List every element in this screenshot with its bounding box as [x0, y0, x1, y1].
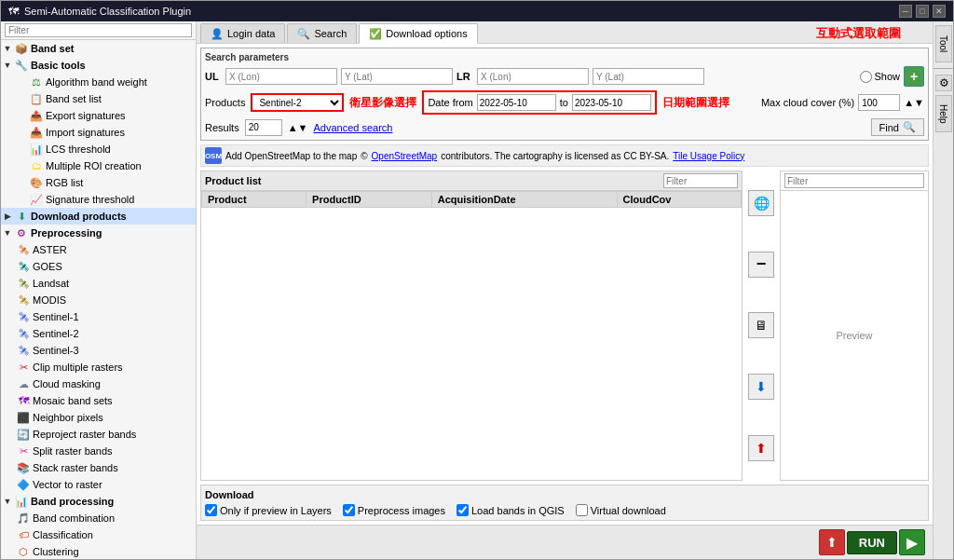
cloud-spinner: ▲▼ [904, 97, 924, 108]
run-label: RUN [859, 536, 885, 550]
modis-icon: 🛰 [16, 293, 31, 307]
sidebar-item-export-sigs[interactable]: 📤 Export signatures [1, 107, 196, 124]
upload-button[interactable]: ⬆ [748, 435, 774, 461]
sidebar-item-band-set[interactable]: ▼ 📦 Band set [1, 40, 196, 57]
sidebar-item-reproject[interactable]: 🔄 Reproject raster bands [1, 426, 196, 443]
product-list-header: Product list [201, 171, 742, 191]
find-button[interactable]: Find 🔍 [871, 118, 924, 136]
product-table: Product ProductID AcquisitionDate CloudC… [201, 191, 742, 480]
preprocess-checkbox[interactable] [343, 504, 355, 516]
run-button[interactable]: RUN [847, 531, 897, 554]
sidebar: ▼ 📦 Band set ▼ 🔧 Basic tools ⚖ Algorithm… [1, 21, 197, 559]
remove-button[interactable]: − [748, 252, 774, 278]
date-from-input[interactable] [477, 94, 556, 111]
cloud-input[interactable] [858, 94, 900, 111]
virtual-checkbox[interactable] [576, 504, 588, 516]
sidebar-item-multi-roi[interactable]: 🗂 Multiple ROI creation [1, 157, 196, 174]
tab-search[interactable]: 🔍 Search [287, 23, 357, 43]
sidebar-item-modis[interactable]: 🛰 MODIS [1, 292, 196, 308]
sidebar-item-lcs[interactable]: 📊 LCS threshold [1, 141, 196, 157]
sidebar-label-bandset-list: Band set list [46, 93, 102, 104]
sidebar-item-algo-band[interactable]: ⚖ Algorithm band weight [1, 74, 196, 90]
show-radio[interactable] [860, 71, 872, 83]
date-chinese-label: 日期範圍選擇 [662, 95, 729, 111]
maximize-button[interactable]: □ [916, 5, 929, 18]
sidebar-item-vector[interactable]: 🔷 Vector to raster [1, 476, 196, 493]
sidebar-item-band-processing[interactable]: ▼ 📊 Band processing [1, 493, 196, 510]
sidebar-item-neighbor[interactable]: ⬛ Neighbor pixels [1, 409, 196, 426]
tab-download-options[interactable]: ✅ Download options [359, 23, 477, 44]
sidebar-item-clustering[interactable]: ⬡ Clustering [1, 543, 196, 559]
help-button[interactable]: Help [935, 95, 952, 132]
sidebar-item-split[interactable]: ✂ Split raster bands [1, 443, 196, 459]
sidebar-item-import-sigs[interactable]: 📥 Import signatures [1, 124, 196, 141]
stop-button[interactable]: ⬆ [819, 529, 845, 555]
sidebar-item-basic-tools[interactable]: ▼ 🔧 Basic tools [1, 57, 196, 74]
sidebar-item-goes[interactable]: 🛰 GOES [1, 258, 196, 275]
sidebar-filter-input[interactable] [5, 23, 192, 37]
sidebar-item-clip[interactable]: ✂ Clip multiple rasters [1, 359, 196, 376]
tab-login[interactable]: 👤 Login data [200, 23, 285, 43]
mosaic-icon: 🗺 [16, 393, 31, 408]
lr-x-input[interactable] [477, 68, 589, 85]
open-browser-button[interactable]: 🌐 [748, 190, 774, 216]
download-item-button[interactable]: ⬇ [748, 374, 774, 400]
sidebar-item-aster[interactable]: 🛰 ASTER [1, 241, 196, 258]
close-button[interactable]: ✕ [933, 5, 946, 18]
sidebar-item-mosaic[interactable]: 🗺 Mosaic band sets [1, 392, 196, 409]
preview-area: Preview [781, 191, 928, 480]
results-input[interactable] [245, 119, 282, 136]
only-preview-option[interactable]: Only if preview in Layers [205, 504, 332, 516]
date-to-input[interactable] [572, 94, 651, 111]
sidebar-item-sentinel-3[interactable]: 🛰 Sentinel-3 [1, 342, 196, 359]
advanced-search-link[interactable]: Advanced search [313, 122, 392, 133]
sidebar-item-band-set-list[interactable]: 📋 Band set list [1, 90, 196, 107]
export-icon: 📤 [29, 108, 44, 123]
sidebar-item-sentinel-2[interactable]: 🛰 Sentinel-2 [1, 325, 196, 342]
tabs-bar: 👤 Login data 🔍 Search ✅ Download options… [197, 21, 933, 44]
settings-toolbar-button[interactable]: ⚙ [935, 75, 952, 91]
product-select[interactable]: Sentinel-2 Landsat-8 Sentinel-1 MODIS [251, 93, 344, 112]
osm-credit-link[interactable]: OpenStreetMap [372, 151, 438, 161]
sentinel1-icon: 🛰 [16, 309, 31, 324]
preview-button[interactable]: 🖥 [748, 312, 774, 338]
sidebar-item-preprocessing[interactable]: ▼ ⚙ Preprocessing [1, 225, 196, 241]
run-section: ⬆ RUN ▶ [819, 529, 925, 555]
minimize-button[interactable]: ─ [899, 5, 912, 18]
sidebar-item-rgb-list[interactable]: 🎨 RGB list [1, 174, 196, 191]
load-bands-option[interactable]: Load bands in QGIS [457, 504, 565, 516]
coords-row: UL LR Show + [205, 66, 924, 87]
find-label: Find [879, 122, 899, 133]
search-icon: 🔍 [297, 27, 310, 40]
ul-y-input[interactable] [341, 68, 453, 85]
panel-content: Search parameters UL LR Show [197, 44, 933, 525]
cloud-label: Max cloud cover (%) [761, 97, 854, 108]
osm-policy-link[interactable]: Tile Usage Policy [673, 151, 744, 161]
sidebar-item-band-combination[interactable]: 🎵 Band combination [1, 510, 196, 526]
sidebar-item-cloud[interactable]: ☁ Cloud masking [1, 376, 196, 392]
monitor-icon: 🖥 [755, 318, 768, 333]
preview-filter-input[interactable] [784, 173, 924, 188]
tool-button[interactable]: Tool [935, 25, 952, 62]
only-preview-checkbox[interactable] [205, 504, 217, 516]
run-arrow-button[interactable]: ▶ [899, 529, 925, 555]
sidebar-item-sig-threshold[interactable]: 📈 Signature threshold [1, 191, 196, 208]
virtual-option[interactable]: Virtual download [576, 504, 666, 516]
expand-icon: ▼ [1, 228, 14, 238]
ul-x-input[interactable] [225, 68, 337, 85]
sentinel2-icon: 🛰 [16, 326, 31, 341]
plus-button[interactable]: + [904, 66, 924, 87]
product-list-filter[interactable] [663, 173, 738, 188]
sidebar-item-download-products[interactable]: ▶ ⬇ Download products [1, 208, 196, 225]
lr-y-input[interactable] [593, 68, 704, 85]
sidebar-label-cluster: Clustering [33, 546, 79, 557]
sidebar-item-stack[interactable]: 📚 Stack raster bands [1, 459, 196, 476]
neighbor-icon: ⬛ [16, 410, 31, 425]
preview-filter-area [781, 171, 928, 191]
sidebar-item-landsat[interactable]: 🛰 Landsat [1, 275, 196, 292]
sidebar-item-classification[interactable]: 🏷 Classification [1, 526, 196, 543]
sidebar-filter-area [1, 21, 196, 40]
load-bands-checkbox[interactable] [457, 504, 469, 516]
preprocess-option[interactable]: Preprocess images [343, 504, 445, 516]
sidebar-item-sentinel-1[interactable]: 🛰 Sentinel-1 [1, 308, 196, 325]
